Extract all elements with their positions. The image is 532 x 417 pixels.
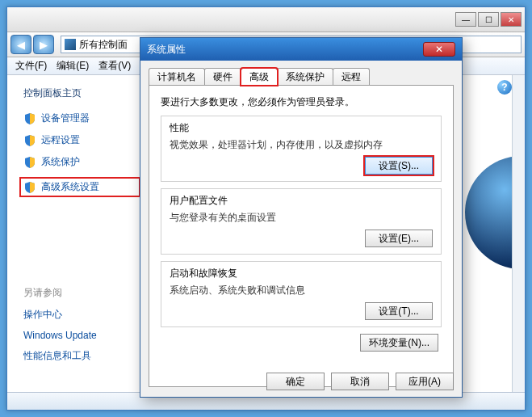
apply-button[interactable]: 应用(A): [396, 373, 454, 390]
dialog-body: 计算机名 硬件 高级 系统保护 远程 要进行大多数更改，您必须作为管理员登录。 …: [140, 61, 462, 397]
shield-icon: [23, 134, 36, 147]
sidebar-item-label: 系统保护: [41, 155, 80, 169]
startup-recovery-title: 启动和故障恢复: [170, 267, 433, 280]
admin-note: 要进行大多数更改，您必须作为管理员登录。: [161, 95, 442, 109]
performance-settings-button[interactable]: 设置(S)...: [365, 157, 433, 175]
tab-system-protection[interactable]: 系统保护: [277, 68, 333, 86]
shield-icon: [23, 156, 36, 169]
tab-computer-name[interactable]: 计算机名: [149, 68, 205, 86]
window-close-button[interactable]: ✕: [501, 12, 522, 27]
performance-desc: 视觉效果，处理器计划，内存使用，以及虚拟内存: [170, 138, 433, 152]
system-globe-image: [465, 156, 513, 269]
environment-variables-button[interactable]: 环境变量(N)...: [360, 334, 438, 352]
dialog-titlebar: 系统属性 ✕: [140, 38, 462, 61]
tab-panel-advanced: 要进行大多数更改，您必须作为管理员登录。 性能 视觉效果，处理器计划，内存使用，…: [149, 85, 454, 387]
performance-title: 性能: [170, 121, 433, 135]
cancel-button[interactable]: 取消: [331, 373, 389, 390]
sidebar-item-label: 设备管理器: [41, 112, 90, 125]
tab-advanced[interactable]: 高级: [241, 68, 278, 86]
startup-recovery-desc: 系统启动、系统失败和调试信息: [170, 284, 433, 297]
user-profiles-settings-button[interactable]: 设置(E)...: [365, 230, 433, 247]
see-also-windows-update[interactable]: Windows Update: [23, 330, 140, 341]
dialog-tabs: 计算机名 硬件 高级 系统保护 远程: [149, 67, 454, 85]
system-properties-dialog: 系统属性 ✕ 计算机名 硬件 高级 系统保护 远程 要进行大多数更改，您必须作为…: [140, 37, 463, 398]
window-minimize-button[interactable]: —: [455, 12, 476, 27]
sidebar-item-label: 远程设置: [41, 133, 80, 147]
shield-icon: [23, 112, 36, 125]
window-maximize-button[interactable]: ☐: [478, 12, 499, 27]
tab-hardware[interactable]: 硬件: [204, 68, 241, 86]
sidebar-home-link[interactable]: 控制面板主页: [23, 86, 140, 100]
see-also-heading: 另请参阅: [23, 286, 140, 300]
user-profiles-group: 用户配置文件 与您登录有关的桌面设置 设置(E)...: [161, 188, 442, 255]
help-icon[interactable]: ?: [497, 80, 512, 95]
nav-back-button[interactable]: ◀: [10, 35, 31, 54]
see-also-action-center[interactable]: 操作中心: [23, 308, 140, 322]
sidebar-item-label: 高级系统设置: [41, 180, 99, 194]
sidebar-item-advanced-system-settings[interactable]: 高级系统设置: [19, 177, 140, 197]
see-also-performance-info[interactable]: 性能信息和工具: [23, 349, 140, 363]
startup-recovery-group: 启动和故障恢复 系统启动、系统失败和调试信息 设置(T)...: [161, 261, 442, 327]
user-profiles-title: 用户配置文件: [170, 194, 433, 208]
sidebar: 控制面板主页 设备管理器 远程设置 系统保护 高级系统设置 另请参阅 操作中心 …: [7, 75, 140, 392]
nav-forward-button[interactable]: ▶: [33, 35, 54, 54]
sidebar-item-device-manager[interactable]: 设备管理器: [23, 112, 140, 125]
sidebar-item-system-protection[interactable]: 系统保护: [23, 155, 140, 169]
user-profiles-desc: 与您登录有关的桌面设置: [170, 211, 433, 225]
address-text: 所有控制面: [79, 38, 128, 52]
shield-icon: [23, 181, 36, 194]
startup-recovery-settings-button[interactable]: 设置(T)...: [365, 302, 433, 320]
window-titlebar: — ☐ ✕: [7, 7, 525, 32]
dialog-buttons: 确定 取消 应用(A): [266, 373, 454, 390]
tab-remote[interactable]: 远程: [333, 68, 370, 86]
ok-button[interactable]: 确定: [266, 373, 325, 390]
dialog-close-button[interactable]: ✕: [423, 42, 455, 57]
dialog-title: 系统属性: [147, 43, 186, 57]
menu-edit[interactable]: 编辑(E): [52, 57, 94, 74]
performance-group: 性能 视觉效果，处理器计划，内存使用，以及虚拟内存 设置(S)...: [161, 116, 442, 182]
vertical-scrollbar[interactable]: [512, 75, 525, 392]
address-icon: [65, 39, 76, 50]
menu-view[interactable]: 查看(V): [94, 57, 136, 74]
sidebar-item-remote-settings[interactable]: 远程设置: [23, 133, 140, 147]
menu-file[interactable]: 文件(F): [10, 57, 52, 74]
